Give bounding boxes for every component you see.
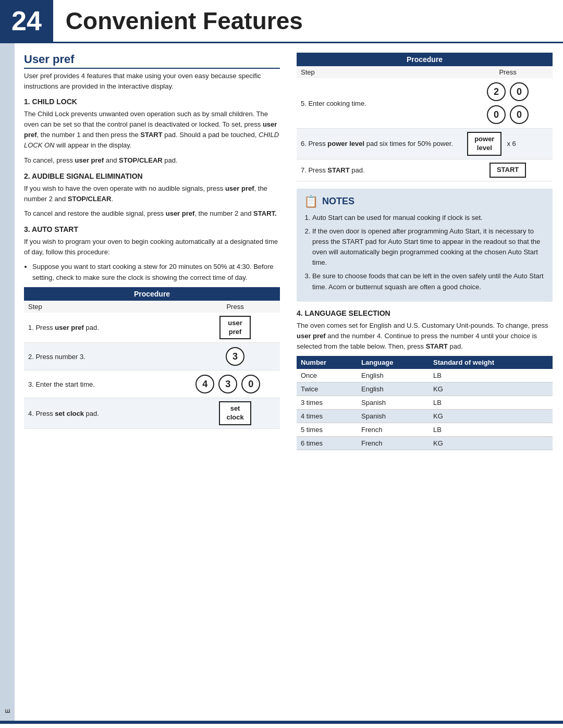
table-row: 2. Press number 3. 3	[24, 343, 280, 371]
sidebar-letter: E	[4, 709, 11, 713]
lang-row-3-language: Spanish	[357, 396, 429, 410]
page-number: 24	[0, 0, 53, 42]
language-body: The oven comes set for English and U.S. …	[297, 320, 553, 352]
table-row: 5. Enter cooking time. 2 0 0 0	[297, 78, 553, 129]
lang-row-2-number: Twice	[297, 382, 357, 396]
notes-icon: 📋	[304, 195, 318, 208]
start-button: START	[489, 163, 526, 178]
language-title: 4. LANGUAGE SELECTION	[297, 309, 553, 317]
proc-step-7: 7. Press START pad.	[297, 159, 463, 181]
lang-row-1-number: Once	[297, 369, 357, 382]
proc-press-4: set clock	[190, 398, 280, 429]
lang-row-4-language: Spanish	[357, 410, 429, 423]
procedure-table-right: Procedure Step Press 5. Enter cooking ti…	[297, 53, 553, 181]
list-item: Auto Start can be used for manual cookin…	[312, 213, 545, 223]
lang-col-number: Number	[297, 356, 357, 369]
lang-row-1-weight: LB	[429, 369, 553, 382]
table-row: 3. Enter the start time. 4 3 0	[24, 371, 280, 398]
main-content: E User pref User pref provides 4 feature…	[0, 43, 563, 721]
notes-header: 📋 NOTES	[304, 195, 545, 208]
number-0b-button: 0	[487, 105, 506, 124]
auto-start-bullets: Suppose you want to start cooking a stew…	[32, 262, 280, 282]
language-table: Number Language Standard of weight Once …	[297, 356, 553, 450]
notes-list: Auto Start can be used for manual cookin…	[304, 213, 545, 292]
audible-title: 2. AUDIBLE SIGNAL ELIMINATION	[24, 172, 280, 180]
proc-left-header: Procedure	[24, 287, 280, 301]
lang-row-6-number: 6 times	[297, 437, 357, 450]
lang-row-3-number: 3 times	[297, 396, 357, 410]
cooking-time-row1: 2 0	[486, 81, 530, 102]
table-row: 3 times Spanish LB	[297, 396, 553, 410]
proc-step-2: 2. Press number 3.	[24, 343, 190, 371]
lang-row-6-weight: KG	[429, 437, 553, 450]
number-4-button: 4	[195, 375, 214, 393]
proc-step-3: 3. Enter the start time.	[24, 371, 190, 398]
proc-press-5: 2 0 0 0	[463, 78, 553, 129]
number-0c-button: 0	[510, 105, 529, 124]
left-sidebar: E	[0, 43, 15, 721]
proc-step-6: 6. Press power level pad six times for 5…	[297, 129, 463, 159]
procedure-table-left: Procedure Step Press 1. Press user pref …	[24, 287, 280, 429]
number-3b-button: 3	[218, 375, 237, 393]
proc-left-press-col: Press	[190, 301, 280, 313]
content-area: User pref User pref provides 4 features …	[15, 43, 563, 721]
proc-left-step-col: Step	[24, 301, 190, 313]
proc-step-4: 4. Press set clock pad.	[24, 398, 190, 429]
proc-press-7: START	[463, 159, 553, 181]
number-3-button: 3	[226, 347, 244, 366]
proc-step-5: 5. Enter cooking time.	[297, 78, 463, 129]
user-pref-button: user pref	[219, 316, 251, 340]
number-2-button: 2	[487, 82, 506, 101]
proc-press-1: user pref	[190, 313, 280, 343]
table-row: Twice English KG	[297, 382, 553, 396]
child-lock-title: 1. CHILD LOCK	[24, 97, 280, 106]
section-title: User pref	[24, 53, 280, 69]
number-0-button: 0	[241, 375, 260, 393]
table-row: Once English LB	[297, 369, 553, 382]
table-row: 6. Press power level pad six times for 5…	[297, 129, 553, 159]
lang-row-3-weight: LB	[429, 396, 553, 410]
lang-row-5-number: 5 times	[297, 423, 357, 437]
lang-row-5-language: French	[357, 423, 429, 437]
auto-start-section: 3. AUTO START If you wish to program you…	[24, 225, 280, 283]
left-column: User pref User pref provides 4 features …	[24, 53, 291, 711]
lang-row-1-language: English	[357, 369, 429, 382]
lang-row-4-weight: KG	[429, 410, 553, 423]
number-0a-button: 0	[510, 82, 529, 101]
auto-start-intro: If you wish to program your oven to begi…	[24, 237, 280, 257]
notes-box: 📋 NOTES Auto Start can be used for manua…	[297, 189, 553, 302]
cooking-time-buttons: 2 0 0 0	[467, 81, 548, 125]
language-section: 4. LANGUAGE SELECTION The oven comes set…	[297, 309, 553, 450]
x6-label: x 6	[507, 140, 516, 147]
auto-start-title: 3. AUTO START	[24, 225, 280, 233]
table-row: 4 times Spanish KG	[297, 410, 553, 423]
lang-row-6-language: French	[357, 437, 429, 450]
lang-row-2-language: English	[357, 382, 429, 396]
page-title: Convenient Features	[66, 7, 303, 35]
proc-right-press-col: Press	[463, 66, 553, 78]
table-row: 6 times French KG	[297, 437, 553, 450]
list-item: Be sure to choose foods that can be left…	[312, 271, 545, 292]
right-column: Procedure Step Press 5. Enter cooking ti…	[291, 53, 553, 711]
proc-press-2: 3	[190, 343, 280, 371]
set-clock-button: set clock	[219, 401, 251, 425]
section-intro: User pref provides 4 features that make …	[24, 71, 280, 91]
proc-step-1: 1. Press user pref pad.	[24, 313, 190, 343]
table-row: 5 times French LB	[297, 423, 553, 437]
audible-section: 2. AUDIBLE SIGNAL ELIMINATION If you wis…	[24, 172, 280, 219]
notes-title: NOTES	[322, 196, 354, 207]
lang-row-2-weight: KG	[429, 382, 553, 396]
page-header: 24 Convenient Features	[0, 0, 563, 43]
lang-col-weight: Standard of weight	[429, 356, 553, 369]
audible-body2: To cancel and restore the audible signal…	[24, 208, 280, 219]
lang-row-5-weight: LB	[429, 423, 553, 437]
child-lock-section: 1. CHILD LOCK The Child Lock prevents un…	[24, 97, 280, 166]
table-row: 1. Press user pref pad. user pref	[24, 313, 280, 343]
table-row: 7. Press START pad. START	[297, 159, 553, 181]
lang-col-language: Language	[357, 356, 429, 369]
time-buttons: 4 3 0	[194, 374, 276, 394]
child-lock-body2: To cancel, press user pref and STOP/CLEA…	[24, 155, 280, 166]
proc-press-3: 4 3 0	[190, 371, 280, 398]
proc-right-header: Procedure	[297, 53, 553, 66]
child-lock-body1: The Child Lock prevents unwanted oven op…	[24, 109, 280, 151]
